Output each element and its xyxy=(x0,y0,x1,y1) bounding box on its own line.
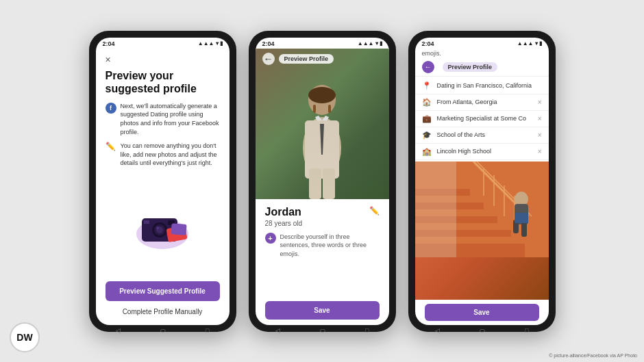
status-bar-2: 2:04 ▲▲▲ ▾ ▮ xyxy=(256,38,389,49)
home-icon: 🏠 xyxy=(422,98,432,107)
job-text: Marketing Specialist at Some Co xyxy=(437,115,532,122)
back-button-2[interactable]: ← xyxy=(262,53,275,65)
wifi-icon-3: ▾ xyxy=(535,40,538,47)
status-icons-3: ▲▲▲ ▾ ▮ xyxy=(517,40,542,47)
back-nav-1[interactable]: ◁ xyxy=(116,327,121,334)
camera-illustration xyxy=(106,179,220,275)
copyright-text: © picture-alliance/Facebook via AP Photo xyxy=(549,353,637,358)
remove-high-school-btn[interactable]: × xyxy=(538,148,542,155)
location-icon: 📍 xyxy=(422,81,432,90)
home-nav-3[interactable]: ⬭ xyxy=(480,327,485,335)
phone-2-screen: 2:04 ▲▲▲ ▾ ▮ ← Preview Profile xyxy=(256,38,389,325)
bottom-nav-2: ◁ ⬭ □ xyxy=(256,325,389,337)
job-icon: 💼 xyxy=(422,114,432,123)
info-row-school-arts: 🎓 School of the Arts × xyxy=(415,127,549,144)
preview-profile-button[interactable]: Preview Suggested Profile xyxy=(106,281,220,301)
phone-1: 2:04 ▲▲▲ ▾ ▮ × Preview your suggested pr… xyxy=(89,31,236,332)
info-row-job: 💼 Marketing Specialist at Some Co × xyxy=(415,111,549,127)
profile-name-row: Jordan ✏️ xyxy=(265,206,380,218)
back-nav-2[interactable]: ◁ xyxy=(275,327,280,334)
add-description[interactable]: + Describe yourself in three sentences, … xyxy=(265,233,380,259)
recents-nav-2[interactable]: □ xyxy=(365,327,369,334)
close-button[interactable]: × xyxy=(106,54,220,65)
profile-photo-2: ← Preview Profile xyxy=(256,49,389,199)
svg-rect-9 xyxy=(171,223,186,235)
screen1-title: Preview your suggested profile xyxy=(106,69,220,95)
save-button-2[interactable]: Save xyxy=(265,301,380,320)
edit-icon[interactable]: ✏️ xyxy=(369,206,380,216)
stairs-photo xyxy=(415,161,549,300)
profile-age: 28 years old xyxy=(265,220,380,227)
bottom-nav-1: ◁ ⬭ □ xyxy=(96,325,230,337)
status-time-1: 2:04 xyxy=(103,40,115,47)
status-time-2: 2:04 xyxy=(262,40,275,47)
location-text: Dating in San Francisco, California xyxy=(437,82,542,89)
save-button-3[interactable]: Save xyxy=(425,304,539,321)
signal-icon: ▲▲▲ xyxy=(198,40,214,47)
high-school-icon: 🏫 xyxy=(422,147,432,156)
dw-logo: DW xyxy=(10,322,40,352)
bullet-item-1: f Next, we'll automatically generate a s… xyxy=(106,102,220,136)
preview-badge-3: Preview Profile xyxy=(443,62,498,72)
bottom-nav-3: ◁ ⬭ □ xyxy=(415,325,549,337)
svg-rect-7 xyxy=(144,220,149,224)
battery-icon-2: ▮ xyxy=(380,40,382,47)
scene: 2:04 ▲▲▲ ▾ ▮ × Preview your suggested pr… xyxy=(0,0,644,362)
plus-icon: + xyxy=(265,233,276,244)
back-nav-3[interactable]: ◁ xyxy=(435,327,440,334)
screen1-content: × Preview your suggested profile f Next,… xyxy=(96,49,230,325)
bullet-item-2: ✏️ You can remove anything you don't lik… xyxy=(106,142,220,168)
info-list: 📍 Dating in San Francisco, California 🏠 … xyxy=(415,77,549,161)
school-arts-icon: 🎓 xyxy=(422,131,432,140)
facebook-icon: f xyxy=(106,103,116,114)
phone-3: 2:04 ▲▲▲ ▾ ▮ emojis. ← Preview Profile 📍… xyxy=(408,31,556,332)
svg-rect-39 xyxy=(415,161,456,257)
home-nav-1[interactable]: ⬭ xyxy=(160,327,166,335)
screen3-top-text: emojis. xyxy=(415,49,549,58)
complete-manually-button[interactable]: Complete Profile Manually xyxy=(106,305,220,318)
status-bar-1: 2:04 ▲▲▲ ▾ ▮ xyxy=(96,38,230,49)
remove-hometown-btn[interactable]: × xyxy=(538,99,542,106)
screen2-header: ← Preview Profile xyxy=(256,49,389,69)
camera-svg xyxy=(132,203,193,251)
wifi-icon: ▾ xyxy=(216,40,219,47)
phone-1-screen: 2:04 ▲▲▲ ▾ ▮ × Preview your suggested pr… xyxy=(96,38,230,325)
battery-icon: ▮ xyxy=(220,40,223,47)
info-row-location: 📍 Dating in San Francisco, California xyxy=(415,78,549,94)
info-row-hometown: 🏠 From Atlanta, Georgia × xyxy=(415,94,549,111)
svg-point-5 xyxy=(156,227,159,229)
pencil-icon: ✏️ xyxy=(106,142,116,153)
recents-nav-1[interactable]: □ xyxy=(206,327,209,334)
wifi-icon-2: ▾ xyxy=(375,40,378,47)
svg-rect-38 xyxy=(515,213,528,223)
remove-school-arts-btn[interactable]: × xyxy=(538,131,542,139)
status-icons-1: ▲▲▲ ▾ ▮ xyxy=(198,40,223,47)
signal-icon-3: ▲▲▲ xyxy=(517,40,534,47)
description-placeholder: Describe yourself in three sentences, th… xyxy=(280,233,380,259)
info-row-high-school: 🏫 Lincoln High School × xyxy=(415,144,549,160)
status-icons-2: ▲▲▲ ▾ ▮ xyxy=(358,40,382,47)
photo-overlay-2 xyxy=(256,49,389,199)
back-button-3[interactable]: ← xyxy=(422,61,434,73)
screen3-header: ← Preview Profile xyxy=(415,58,549,77)
bullet-text-1: Next, we'll automatically generate a sug… xyxy=(121,102,220,136)
signal-icon-2: ▲▲▲ xyxy=(358,40,374,47)
phone-3-screen: 2:04 ▲▲▲ ▾ ▮ emojis. ← Preview Profile 📍… xyxy=(415,38,549,325)
preview-badge-2: Preview Profile xyxy=(279,54,334,64)
staircase-svg xyxy=(415,161,549,257)
status-bar-3: 2:04 ▲▲▲ ▾ ▮ xyxy=(415,38,549,49)
remove-job-btn[interactable]: × xyxy=(538,115,542,122)
profile-name: Jordan xyxy=(265,206,301,218)
recents-nav-3[interactable]: □ xyxy=(525,327,528,334)
high-school-text: Lincoln High School xyxy=(437,148,532,155)
home-nav-2[interactable]: ⬭ xyxy=(320,327,325,335)
status-time-3: 2:04 xyxy=(422,40,434,47)
battery-icon-3: ▮ xyxy=(539,40,542,47)
school-arts-text: School of the Arts xyxy=(437,131,532,138)
phone-2: 2:04 ▲▲▲ ▾ ▮ ← Preview Profile xyxy=(249,31,396,332)
screen2-info: Jordan ✏️ 28 years old + Describe yourse… xyxy=(256,199,389,296)
bullet-text-2: You can remove anything you don't like, … xyxy=(121,142,220,168)
hometown-text: From Atlanta, Georgia xyxy=(437,99,532,105)
